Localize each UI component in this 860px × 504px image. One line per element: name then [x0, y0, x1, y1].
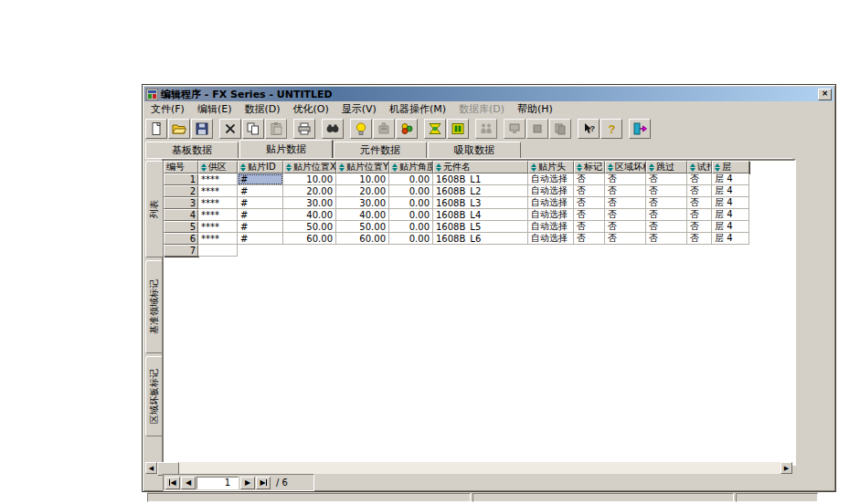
row-number-cell[interactable]: 7	[164, 245, 198, 257]
cell-angle[interactable]: 0.00	[389, 209, 433, 221]
cell-area[interactable]: ****	[198, 197, 238, 209]
cell-mark[interactable]: 否	[574, 221, 605, 233]
cell-head[interactable]: 自动选择	[528, 197, 574, 209]
column-header-skip[interactable]: 跳过	[646, 161, 687, 173]
cell-head[interactable]: 自动选择	[528, 233, 574, 245]
cell-y[interactable]: 50.00	[336, 221, 389, 233]
menu-item-optimize[interactable]: 优化(O)	[287, 101, 335, 117]
prev-page-button[interactable]: ◀	[181, 477, 196, 489]
scroll-right-icon[interactable]: ▶	[780, 462, 792, 474]
cell-y[interactable]: 10.00	[336, 173, 389, 185]
scroll-left-icon[interactable]: ◀	[145, 462, 157, 474]
cell-skip[interactable]: 否	[646, 185, 687, 197]
side-tab-area-badboard-mark[interactable]: 区域坏板标记	[145, 356, 162, 436]
cell-y[interactable]: 20.00	[336, 185, 389, 197]
cell-y[interactable]: 30.00	[336, 197, 389, 209]
exit-button[interactable]	[629, 119, 651, 139]
cell-skip[interactable]: 否	[646, 209, 687, 221]
cell-badboard[interactable]: 否	[605, 221, 646, 233]
column-header-layer[interactable]: 层	[712, 161, 749, 173]
cell-x[interactable]: 50.00	[283, 221, 336, 233]
column-header-angle[interactable]: 贴片角度	[389, 161, 433, 173]
cell-trial[interactable]: 否	[687, 221, 712, 233]
cell-head[interactable]: 自动选择	[528, 209, 574, 221]
cell-badboard[interactable]: 否	[605, 173, 646, 185]
menu-item-help[interactable]: 帮助(H)	[511, 101, 559, 117]
last-page-button[interactable]: ▶	[256, 477, 271, 489]
cell-layer[interactable]: 层 4	[712, 209, 749, 221]
save-button[interactable]	[191, 119, 213, 139]
cell-id[interactable]: #	[238, 197, 283, 209]
cell-mark[interactable]: 否	[574, 197, 605, 209]
menu-item-view[interactable]: 显示(V)	[335, 101, 383, 117]
cell-badboard[interactable]: 否	[605, 197, 646, 209]
cell-trial[interactable]: 否	[687, 173, 712, 185]
menu-item-edit[interactable]: 编辑(E)	[191, 101, 239, 117]
copy-button[interactable]	[242, 119, 264, 139]
row-number-cell[interactable]: 6	[164, 233, 198, 245]
cell-angle[interactable]: 0.00	[389, 185, 433, 197]
cell-id[interactable]: #	[238, 185, 283, 197]
horizontal-scrollbar[interactable]: ◀ ▶	[145, 462, 792, 474]
side-tab-list[interactable]: 列表	[145, 161, 163, 257]
tab-board-data[interactable]: 基板数据	[145, 142, 239, 158]
column-header-part[interactable]: 元件名	[433, 161, 528, 173]
cell-head[interactable]: 自动选择	[528, 221, 574, 233]
cell-trial[interactable]: 否	[687, 209, 712, 221]
column-header-area[interactable]: 供区	[198, 161, 238, 173]
cell-badboard[interactable]: 否	[605, 233, 646, 245]
cell-mark[interactable]: 否	[574, 185, 605, 197]
column-header-mark[interactable]: 标记	[574, 161, 605, 173]
tab-placement-data[interactable]: 贴片数据	[239, 140, 333, 158]
help-button[interactable]: ?	[600, 119, 622, 139]
cell-area[interactable]	[198, 245, 238, 257]
cell-part[interactable]: 1608B_L2	[433, 185, 528, 197]
cell-part[interactable]: 1608B_L5	[433, 221, 528, 233]
cell-skip[interactable]: 否	[646, 173, 687, 185]
cell-layer[interactable]: 层 4	[712, 185, 749, 197]
first-page-button[interactable]: ◀	[165, 477, 180, 489]
cell-id[interactable]: #	[238, 209, 283, 221]
cell-id[interactable]: #	[238, 233, 283, 245]
cell-area[interactable]: ****	[198, 209, 238, 221]
context-help-button[interactable]: ?	[578, 119, 600, 139]
cell-x[interactable]: 10.00	[283, 173, 336, 185]
cell-layer[interactable]: 层 4	[712, 197, 749, 209]
cell-mark[interactable]: 否	[574, 209, 605, 221]
row-number-cell[interactable]: 1	[164, 173, 198, 185]
cell-x[interactable]: 30.00	[283, 197, 336, 209]
column-header-id[interactable]: 贴片ID	[238, 161, 283, 173]
column-header-head[interactable]: 贴片头	[528, 161, 574, 173]
new-file-button[interactable]	[145, 119, 167, 139]
cell-mark[interactable]: 否	[574, 233, 605, 245]
column-header-badboard[interactable]: 区域坏板标记	[605, 161, 646, 173]
cell-badboard[interactable]: 否	[605, 209, 646, 221]
cell-area[interactable]: ****	[198, 233, 238, 245]
menu-item-data[interactable]: 数据(D)	[238, 101, 286, 117]
print-button[interactable]	[293, 119, 315, 139]
cell-trial[interactable]: 否	[687, 233, 712, 245]
side-tab-fiducial-area-mark[interactable]: 基准领域标记	[145, 260, 162, 353]
page-number-input[interactable]	[196, 477, 239, 489]
cell-x[interactable]: 60.00	[283, 233, 336, 245]
cell-mark[interactable]: 否	[574, 173, 605, 185]
cell-layer[interactable]: 层 4	[712, 173, 749, 185]
menu-item-file[interactable]: 文件(F)	[144, 101, 191, 117]
cell-layer[interactable]: 层 4	[712, 233, 749, 245]
cell-skip[interactable]: 否	[646, 233, 687, 245]
cell-skip[interactable]: 否	[646, 221, 687, 233]
column-header-x[interactable]: 贴片位置X	[283, 161, 336, 173]
next-page-button[interactable]: ▶	[240, 477, 255, 489]
cell-id[interactable]: #	[238, 173, 283, 185]
row-number-cell[interactable]: 5	[164, 221, 198, 233]
cell-part[interactable]: 1608B_L1	[433, 173, 528, 185]
cell-angle[interactable]: 0.00	[389, 197, 433, 209]
cell-x[interactable]: 40.00	[283, 209, 336, 221]
cell-id[interactable]: #	[238, 221, 283, 233]
cell-badboard[interactable]: 否	[605, 185, 646, 197]
delete-button[interactable]	[219, 119, 241, 139]
row-number-cell[interactable]: 2	[164, 185, 198, 197]
cell-trial[interactable]: 否	[687, 185, 712, 197]
cell-part[interactable]: 1608B_L4	[433, 209, 528, 221]
cell-head[interactable]: 自动选择	[528, 185, 574, 197]
